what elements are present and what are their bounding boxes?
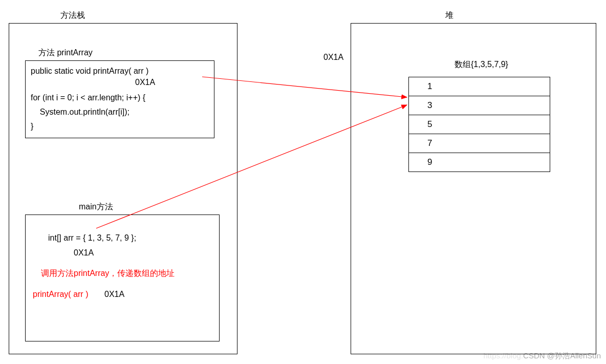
watermark-text: CSDN @孙浩AllenSun [523, 351, 601, 360]
watermark: https://blog.CSDN @孙浩AllenSun [483, 351, 601, 361]
main-line1: int[] arr = { 1, 3, 5, 7, 9 }; [48, 233, 136, 243]
printarray-line2: for (int i = 0; i < arr.length; i++) { [31, 93, 145, 102]
heap-cell-4: 9 [409, 153, 550, 172]
heap-box [351, 23, 596, 354]
heap-cell-0: 1 [409, 77, 550, 96]
main-addr: 0X1A [74, 248, 94, 258]
main-call: printArray( arr ) [33, 290, 88, 299]
heap-array-title: 数组{1,3,5,7,9} [454, 59, 508, 70]
heap-cell-3: 7 [409, 134, 550, 153]
stack-title: 方法栈 [60, 10, 85, 21]
main-call-addr: 0X1A [104, 290, 124, 299]
heap-title: 堆 [445, 10, 453, 21]
printarray-line3: System.out.println(arr[i]); [31, 108, 129, 117]
printarray-header: 方法 printArray [38, 48, 93, 58]
main-header: main方法 [79, 202, 113, 212]
main-note: 调用方法printArray，传递数组的地址 [41, 268, 175, 279]
heap-array-table: 1 3 5 7 9 [408, 77, 550, 172]
heap-cell-1: 3 [409, 96, 550, 115]
heap-cell-2: 5 [409, 115, 550, 134]
printarray-line1: public static void printArray( arr ) [31, 67, 148, 76]
watermark-faint: https://blog. [483, 351, 523, 360]
heap-pointer-label: 0X1A [323, 53, 343, 62]
printarray-line4: } [31, 122, 33, 131]
printarray-addr: 0X1A [135, 78, 155, 87]
